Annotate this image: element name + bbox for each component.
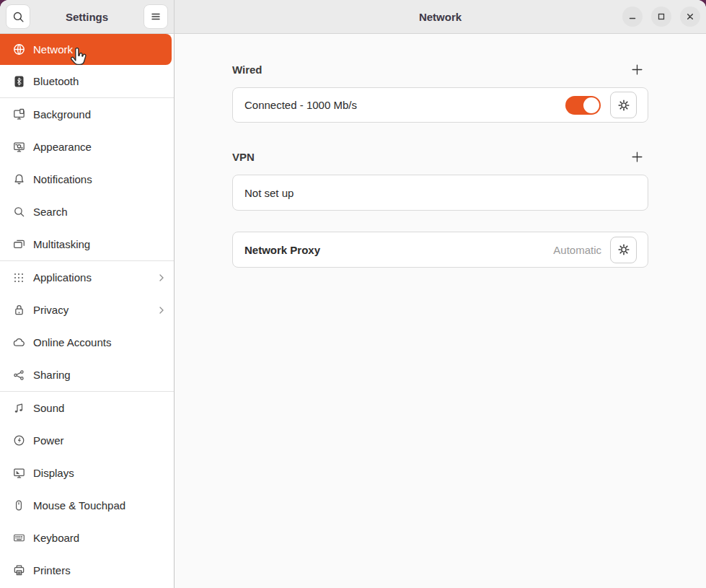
wired-connection-row[interactable]: Connected - 1000 Mb/s [232,87,648,123]
minimize-icon [627,11,638,22]
bell-icon [12,173,25,186]
background-icon [12,108,25,121]
sidebar-item-search[interactable]: Search [0,196,174,228]
network-proxy-row[interactable]: Network Proxy Automatic [232,232,648,268]
sidebar-item-label: Sharing [33,369,71,381]
toggle-knob [583,97,599,113]
printer-icon [12,564,25,577]
network-proxy-settings-button[interactable] [610,237,637,263]
sidebar-item-label: Notifications [33,173,92,185]
sidebar-item-label: Mouse & Touchpad [33,499,125,512]
add-vpn-button[interactable] [627,147,646,166]
sidebar-item-printers[interactable]: Printers [0,554,174,587]
display-icon [12,467,25,480]
sidebar-item-bluetooth[interactable]: Bluetooth [0,65,174,97]
sidebar-item-label: Search [33,206,68,218]
sidebar-headerbar: Settings [0,0,175,34]
sidebar-item-label: Bluetooth [33,75,79,87]
content-headerbar: Network [175,0,706,34]
sidebar-item-label: Background [33,108,91,120]
sidebar-item-background[interactable]: Background [0,98,174,131]
chevron-right-icon [158,306,165,315]
mouse-icon [12,499,25,512]
keyboard-icon [12,532,25,545]
sidebar-item-label: Appearance [33,141,92,153]
music-note-icon [12,402,25,415]
wired-section-title: Wired [232,63,262,76]
sidebar-item-applications[interactable]: Applications [0,261,174,294]
sidebar-item-label: Displays [33,467,74,479]
plus-icon [631,151,643,163]
sidebar-item-network[interactable]: Network [0,34,172,65]
vpn-section-header: VPN [232,149,648,164]
globe-icon [12,43,25,56]
sidebar-item-label: Sound [33,402,64,414]
magnifier-icon [12,206,25,219]
sidebar-item-sharing[interactable]: Sharing [0,359,174,391]
window-controls [622,6,700,27]
wired-settings-button[interactable] [610,92,637,118]
sidebar-item-mouse-touchpad[interactable]: Mouse & Touchpad [0,489,174,522]
network-proxy-label: Network Proxy [244,244,320,256]
sidebar-item-sound[interactable]: Sound [0,392,174,424]
maximize-icon [656,11,667,22]
sidebar-item-displays[interactable]: Displays [0,457,174,489]
add-wired-connection-button[interactable] [627,60,646,79]
sidebar-item-label: Privacy [33,304,69,316]
wired-section-header: Wired [232,62,648,76]
sidebar-item-privacy[interactable]: Privacy [0,294,174,326]
sidebar-item-online-accounts[interactable]: Online Accounts [0,326,174,359]
sidebar-item-label: Keyboard [33,532,79,544]
plus-icon [631,63,643,76]
power-icon [12,434,25,447]
sidebar-item-notifications[interactable]: Notifications [0,163,174,196]
lock-icon [12,304,25,317]
wired-toggle[interactable] [565,96,601,115]
gear-icon [617,243,630,256]
app-grid-icon [12,271,25,284]
sidebar-title: Settings [66,11,108,23]
menu-button[interactable] [144,4,168,29]
appearance-icon [12,141,25,154]
sidebar-item-power[interactable]: Power [0,424,174,457]
sidebar-item-label: Printers [33,564,71,576]
sidebar: Network Bluetooth Background [0,34,175,588]
sidebar-item-appearance[interactable]: Appearance [0,131,174,163]
close-icon [684,11,696,22]
gear-icon [617,99,630,112]
search-icon [12,11,25,23]
hamburger-icon [150,11,162,22]
network-proxy-value: Automatic [553,244,601,256]
sidebar-item-label: Power [33,434,64,447]
windows-icon [12,238,25,251]
vpn-status-row: Not set up [232,175,648,211]
sidebar-item-label: Multitasking [33,238,90,250]
minimize-button[interactable] [622,6,643,27]
sidebar-item-keyboard[interactable]: Keyboard [0,522,174,554]
sidebar-item-label: Online Accounts [33,336,111,348]
cloud-icon [12,336,25,349]
sidebar-item-label: Network [33,43,73,56]
vpn-section-title: VPN [232,151,255,163]
share-icon [12,369,25,382]
network-panel: Wired Connected - 1000 Mb/s [175,34,706,588]
settings-window: Settings Network [0,0,706,588]
vpn-status-text: Not set up [244,187,294,199]
maximize-button[interactable] [651,6,671,27]
bluetooth-icon [12,75,25,88]
sidebar-item-multitasking[interactable]: Multitasking [0,228,174,260]
search-button[interactable] [6,4,30,29]
sidebar-item-label: Applications [33,271,92,284]
wired-connection-status: Connected - 1000 Mb/s [244,99,357,111]
close-button[interactable] [680,6,700,27]
page-title: Network [419,11,462,23]
chevron-right-icon [158,273,165,282]
